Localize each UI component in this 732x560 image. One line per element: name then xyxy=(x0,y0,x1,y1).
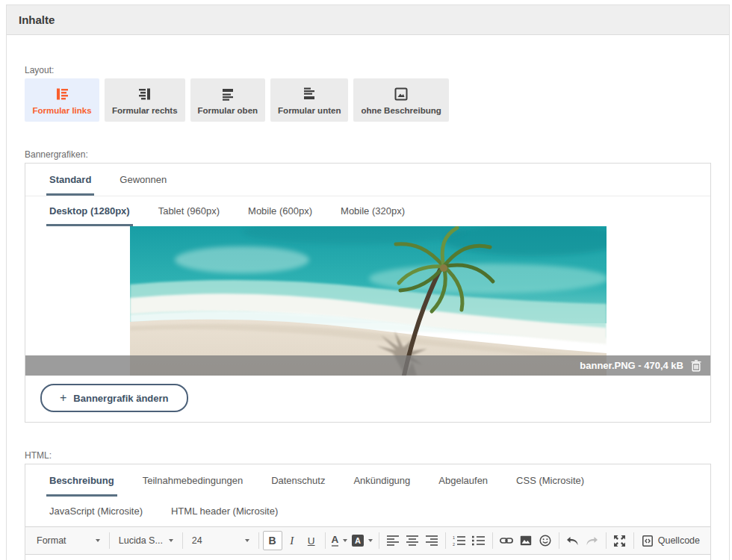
toolbar-separator xyxy=(325,532,326,549)
format-dropdown[interactable]: Format xyxy=(31,531,105,550)
image-icon xyxy=(393,86,409,102)
layout-option-formular-rechts[interactable]: Formular rechts xyxy=(105,78,185,122)
text-color-icon: A xyxy=(332,535,339,547)
form-top-icon xyxy=(220,86,236,102)
italic-icon: I xyxy=(290,535,294,547)
link-button[interactable] xyxy=(497,531,516,550)
banner-image xyxy=(130,226,607,376)
toolbar-separator xyxy=(182,532,183,549)
bullet-list-button[interactable] xyxy=(469,531,488,550)
italic-button[interactable]: I xyxy=(282,531,302,550)
align-center-button[interactable] xyxy=(403,531,422,550)
plus-icon: + xyxy=(60,391,66,405)
bold-icon: B xyxy=(269,535,276,547)
form-left-icon xyxy=(54,86,70,102)
form-bottom-icon xyxy=(301,86,317,102)
tab-standard[interactable]: Standard xyxy=(46,164,94,196)
source-code-label: Quellcode xyxy=(658,535,700,546)
tab-mobile-320[interactable]: Mobile (320px) xyxy=(338,196,408,226)
svg-text:1: 1 xyxy=(453,535,455,540)
toolbar-separator xyxy=(606,532,607,549)
banner-box: Standard Gewonnen Desktop (1280px) Table… xyxy=(25,163,711,423)
layout-label: Layout: xyxy=(25,65,711,75)
toolbar-separator xyxy=(559,532,559,549)
undo-button[interactable] xyxy=(563,531,583,550)
toolbar-separator xyxy=(109,532,110,549)
redo-icon xyxy=(586,536,598,546)
banner-actions: + Bannergrafik ändern xyxy=(25,376,710,422)
background-color-button[interactable]: A xyxy=(350,531,375,550)
panel-content: Layout: Formular links xyxy=(7,65,729,560)
maximize-button[interactable] xyxy=(610,531,630,550)
insert-image-icon xyxy=(520,535,532,546)
tab-beschreibung[interactable]: Beschreibung xyxy=(46,464,117,497)
banner-type-tabs: Standard Gewonnen xyxy=(25,164,710,196)
toolbar-separator xyxy=(633,532,634,549)
chevron-down-icon xyxy=(96,539,100,542)
ordered-list-icon: 1 2 xyxy=(453,535,465,546)
font-dropdown-value: Lucida S... xyxy=(119,535,163,546)
size-dropdown[interactable]: 24 xyxy=(187,531,255,550)
banner-file-info: banner.PNG - 470,4 kB xyxy=(580,360,683,371)
tab-mobile-600[interactable]: Mobile (600px) xyxy=(245,196,315,226)
toolbar-separator xyxy=(379,532,379,549)
tab-css-microsite[interactable]: CSS (Microsite) xyxy=(513,464,587,497)
layout-option-formular-unten[interactable]: Formular unten xyxy=(270,78,348,122)
size-dropdown-value: 24 xyxy=(192,535,202,546)
smiley-button[interactable] xyxy=(536,531,555,550)
text-color-button[interactable]: A xyxy=(329,531,350,550)
chevron-down-icon xyxy=(245,539,249,542)
delete-banner-icon[interactable] xyxy=(691,360,701,372)
align-right-button[interactable] xyxy=(422,531,441,550)
banner-label: Bannergrafiken: xyxy=(25,149,711,160)
layout-option-ohne-beschreibung[interactable]: ohne Beschreibung xyxy=(353,78,448,122)
svg-text:2: 2 xyxy=(453,542,455,547)
source-code-icon xyxy=(642,535,653,547)
tab-tablet-960[interactable]: Tablet (960px) xyxy=(155,196,223,226)
editor-content[interactable]: Sommer, Sonne und Gewinne! xyxy=(25,555,710,560)
tab-html-header-microsite[interactable]: HTML header (Microsite) xyxy=(168,497,281,526)
redo-button[interactable] xyxy=(583,531,602,550)
layout-option-label: ohne Beschreibung xyxy=(361,106,441,115)
layout-options: Formular links Formular rechts xyxy=(25,78,711,122)
layout-option-label: Formular links xyxy=(32,106,91,115)
tab-desktop-1280[interactable]: Desktop (1280px) xyxy=(46,196,133,226)
layout-option-label: Formular oben xyxy=(198,106,258,115)
banner-file-bar: banner.PNG - 470,4 kB xyxy=(25,355,710,376)
html-label: HTML: xyxy=(25,450,711,461)
underline-icon: U xyxy=(308,535,315,547)
change-banner-button[interactable]: + Bannergrafik ändern xyxy=(40,384,188,412)
tab-teilnahmebedingungen[interactable]: Teilnahmebedingungen xyxy=(140,464,246,497)
html-tabs-row-1: Beschreibung Teilnahmebedingungen Datens… xyxy=(25,464,710,497)
bold-button[interactable]: B xyxy=(263,531,282,550)
tab-javascript-microsite[interactable]: JavaScript (Microsite) xyxy=(46,497,146,526)
source-code-button[interactable]: Quellcode xyxy=(638,531,704,550)
font-dropdown[interactable]: Lucida S... xyxy=(114,531,179,550)
tab-ankuendigung[interactable]: Ankündigung xyxy=(350,464,413,497)
chevron-down-icon xyxy=(343,539,347,542)
tab-abgelaufen[interactable]: Abgelaufen xyxy=(435,464,491,497)
editor-toolbar: Format Lucida S... 24 B I xyxy=(25,526,710,555)
align-left-button[interactable] xyxy=(383,531,403,550)
chevron-down-icon xyxy=(169,539,173,542)
banner-size-tabs: Desktop (1280px) Tablet (960px) Mobile (… xyxy=(25,196,710,226)
align-right-icon xyxy=(426,535,438,546)
tab-datenschutz[interactable]: Datenschutz xyxy=(268,464,328,497)
ordered-list-button[interactable]: 1 2 xyxy=(450,531,469,550)
bullet-list-icon xyxy=(472,535,485,546)
smiley-icon xyxy=(539,535,551,547)
underline-button[interactable]: U xyxy=(302,531,321,550)
html-box: Beschreibung Teilnahmebedingungen Datens… xyxy=(25,464,711,560)
insert-image-button[interactable] xyxy=(516,531,536,550)
chevron-down-icon xyxy=(368,539,373,542)
form-right-icon xyxy=(137,86,153,102)
layout-option-formular-oben[interactable]: Formular oben xyxy=(190,78,266,122)
panel-title: Inhalte xyxy=(7,5,729,35)
layout-option-formular-links[interactable]: Formular links xyxy=(25,78,99,122)
link-icon xyxy=(500,536,513,545)
toolbar-separator xyxy=(492,532,493,549)
change-banner-label: Bannergrafik ändern xyxy=(73,393,168,404)
html-tabs-row-2: JavaScript (Microsite) HTML header (Micr… xyxy=(25,497,710,526)
tab-gewonnen[interactable]: Gewonnen xyxy=(117,164,170,196)
toolbar-separator xyxy=(258,532,259,549)
